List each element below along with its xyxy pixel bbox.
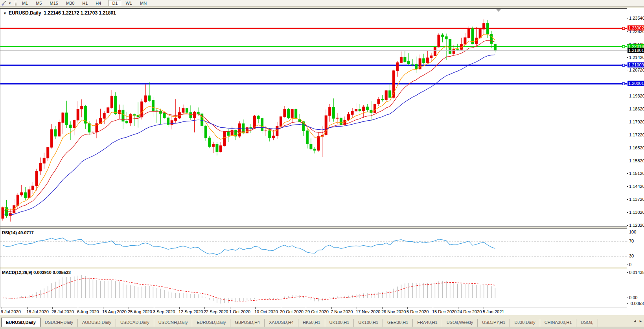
price-tick-label: 1.18620 — [629, 107, 644, 111]
axis-tick — [627, 109, 628, 109]
price-tick-label: 1.13020 — [629, 210, 644, 215]
chart-tab-hk50-h1[interactable]: HK50,H1 — [298, 319, 325, 327]
date-tick — [382, 307, 383, 309]
date-label: 20 Oct 2020 — [280, 309, 304, 314]
date-tick — [255, 307, 256, 309]
date-tick — [129, 307, 129, 309]
chart-tab-gbpusd-h4[interactable]: GBPUSD,H4 — [230, 319, 265, 327]
chart-tab-usdcnh-daily[interactable]: USDCNH,Daily — [154, 319, 193, 327]
chart-tab-usdjpy-h1[interactable]: USDJPY,H1 — [478, 319, 510, 327]
macd-histogram — [3, 275, 495, 304]
chart-tab-usdcad-daily[interactable]: USDCAD,Daily — [116, 319, 154, 327]
chart-tab-usdchf-daily[interactable]: USDCHF,Daily — [40, 319, 78, 327]
moving-average-line — [3, 55, 495, 215]
macd-label: MACD(12,26,9) 0.003910 0.005533 — [2, 270, 71, 275]
axis-tick — [627, 225, 628, 226]
axis-tick — [627, 241, 628, 241]
crosshair-tool-icon[interactable] — [1, 0, 7, 6]
macd-axis-label: -0.005396 — [629, 301, 644, 306]
chart-tab-usoil[interactable]: USOil, — [576, 319, 598, 327]
date-label: 17 Nov 2020 — [356, 309, 380, 314]
line-drag-handle[interactable] — [622, 83, 625, 85]
timeframe-button-M5[interactable]: M5 — [32, 0, 45, 6]
date-axis[interactable]: 9 Jul 202018 Jul 202028 Jul 20206 Aug 20… — [0, 307, 627, 315]
date-label: 15 Dec 2020 — [432, 309, 456, 314]
date-label: 15 Aug 2020 — [102, 309, 127, 314]
date-tick — [357, 307, 357, 309]
axis-tick — [627, 31, 628, 32]
axis-tick — [627, 57, 628, 58]
tabs-scroll-right-icon[interactable]: ► — [639, 319, 642, 323]
rsi-axis-label: 30 — [629, 254, 634, 258]
price-axis[interactable]: 1.235401.228201.221201.214201.207201.200… — [627, 8, 644, 315]
price-tick-label: 1.17220 — [629, 132, 644, 137]
date-tick — [230, 307, 230, 309]
date-tick — [52, 307, 53, 309]
chart-tab-xauusd-h4[interactable]: XAUUSD,H4 — [265, 319, 298, 327]
timeframe-button-M30[interactable]: M30 — [63, 0, 78, 6]
hline-price-label: 1.21801 — [627, 48, 644, 53]
axis-tick — [627, 70, 628, 70]
chevron-down-icon[interactable]: ▼ — [8, 2, 11, 5]
chart-tab-uk100-h1[interactable]: UK100,H1 — [354, 319, 383, 327]
tabs-scroll-left-icon[interactable]: ◄ — [633, 319, 637, 323]
timeframe-button-W1[interactable]: W1 — [122, 0, 136, 6]
price-tick-label: 1.15820 — [629, 158, 644, 163]
timeframe-button-M1[interactable]: M1 — [18, 0, 31, 6]
hline-price-label: 1.21009 — [627, 62, 644, 68]
chart-tab-usoil-weekly[interactable]: USOil,Weekly — [442, 319, 478, 327]
chart-tab-eurusd-daily[interactable]: EURUSD,Daily — [192, 319, 230, 327]
toolbar-grip-handle[interactable] — [15, 1, 17, 6]
line-drag-handle[interactable] — [622, 64, 625, 66]
hline-price-label: 1.23002 — [627, 26, 644, 31]
date-tick — [103, 307, 103, 309]
hline-price-label: 1.20001 — [627, 81, 644, 86]
pane-divider-main-rsi[interactable] — [0, 226, 627, 229]
main-candlestick-pane[interactable] — [0, 9, 627, 235]
date-tick — [78, 307, 78, 309]
price-tick-label: 1.13720 — [629, 197, 644, 202]
axis-tick — [627, 199, 628, 200]
chart-window[interactable] — [0, 8, 644, 315]
chart-tab-audusd-daily[interactable]: AUDUSD,Daily — [78, 319, 116, 327]
chart-tab-strip: EURUSD,DailyUSDCHF,DailyAUDUSD,DailyUSDC… — [0, 315, 631, 327]
price-tick-label: 1.12320 — [629, 223, 644, 228]
date-label: 3 Sep 2020 — [153, 309, 175, 314]
rsi-indicator-pane[interactable] — [0, 229, 627, 267]
price-tick-label: 1.23540 — [629, 16, 644, 20]
rsi-axis-label: 70 — [629, 239, 634, 243]
price-tick-label: 1.17920 — [629, 119, 644, 124]
timeframe-button-MN[interactable]: MN — [136, 0, 150, 6]
timeframe-button-H4[interactable]: H4 — [92, 0, 105, 6]
chart-tab-uk100-h1[interactable]: UK100,H1 — [325, 319, 354, 327]
chart-tab-fra40-h1[interactable]: FRA40,H1 — [413, 319, 442, 327]
chart-tab-china300-h1[interactable]: CHINA300,H1 — [540, 319, 577, 327]
axis-tick — [627, 18, 628, 18]
axis-tick — [627, 122, 628, 122]
rsi-label: RSI(14) 49.0717 — [2, 230, 34, 235]
date-label: 24 Dec 2020 — [457, 309, 482, 314]
timeframe-toolbar: ▼ M1M5M15M30H1H4D1W1MN — [0, 0, 644, 7]
chart-tab-dj30-daily[interactable]: DJ30,Daily — [510, 319, 540, 327]
date-tick — [179, 307, 180, 309]
timeframe-button-M15[interactable]: M15 — [46, 0, 61, 6]
timeframe-button-D1[interactable]: D1 — [109, 0, 121, 6]
price-tick-label: 1.16520 — [629, 145, 644, 150]
axis-tick — [627, 148, 628, 148]
collapse-chart-icon[interactable]: ▼ — [3, 11, 7, 15]
date-tick — [204, 307, 205, 309]
chart-tab-eurusd-daily[interactable]: EURUSD,Daily — [1, 318, 40, 327]
rsi-line — [3, 238, 495, 255]
timeframe-button-H1[interactable]: H1 — [79, 0, 91, 6]
axis-tick — [627, 298, 628, 298]
ohlc-values: 1.22146 1.22172 1.21703 1.21801 — [44, 10, 116, 16]
date-tick — [154, 307, 154, 309]
date-label: 22 Sep 2020 — [204, 309, 228, 314]
line-drag-handle[interactable] — [622, 46, 625, 48]
chart-shift-marker-icon[interactable] — [496, 9, 501, 12]
chart-tab-ger30-h1[interactable]: GER30,H1 — [383, 319, 413, 327]
price-tick-label: 1.21420 — [629, 55, 644, 60]
date-label: 25 Aug 2020 — [128, 309, 152, 314]
macd-indicator-pane[interactable] — [0, 269, 627, 307]
line-drag-handle[interactable] — [622, 27, 625, 29]
